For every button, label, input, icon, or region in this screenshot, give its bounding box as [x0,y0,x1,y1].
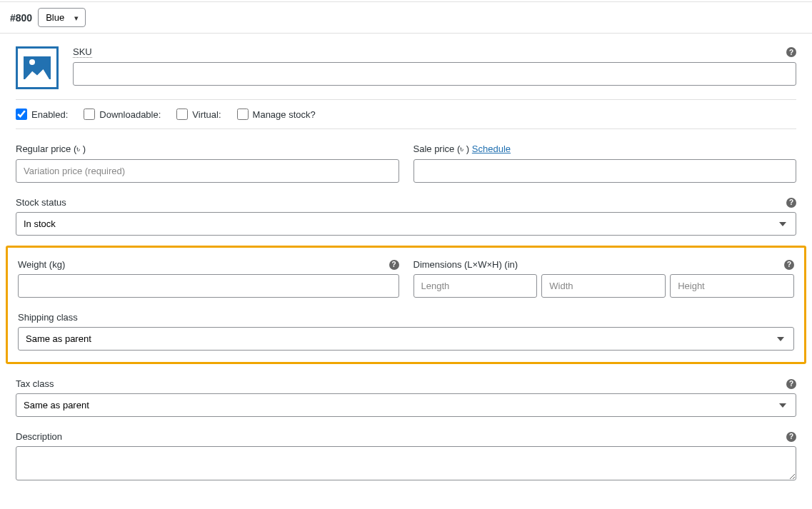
tax-class-select[interactable]: Same as parent [16,393,796,417]
tax-class-label: Tax class [16,378,54,389]
stock-status-select[interactable]: In stock [16,212,796,236]
variation-image-upload[interactable] [16,46,59,89]
regular-price-label: Regular price (৳ ) [16,143,86,155]
manage-stock-label: Manage stock? [253,109,316,120]
attribute-color-select[interactable]: Blue [38,8,86,27]
help-icon[interactable]: ? [784,260,794,270]
virtual-label: Virtual: [192,109,221,120]
sale-price-input[interactable] [413,159,797,183]
weight-input[interactable] [18,274,399,298]
help-icon[interactable]: ? [786,198,796,208]
enabled-checkbox[interactable] [16,109,27,120]
sku-input[interactable] [73,62,796,86]
variation-options-row: Enabled: Downloadable: Virtual: Manage s… [16,99,796,129]
enabled-label: Enabled: [31,109,68,120]
sale-price-label: Sale price (৳ ) [413,143,470,154]
help-icon[interactable]: ? [786,47,796,57]
width-input[interactable] [541,274,666,298]
height-input[interactable] [670,274,794,298]
help-icon[interactable]: ? [786,432,796,442]
schedule-link[interactable]: Schedule [472,143,511,154]
downloadable-label: Downloadable: [99,109,161,120]
help-icon[interactable]: ? [389,260,399,270]
virtual-checkbox[interactable] [176,109,188,120]
shipping-section-highlight: Weight (kg) ? Dimensions (L×W×H) (in) ? [6,246,806,364]
manage-stock-checkbox[interactable] [237,109,249,120]
variation-id: #800 [10,12,32,24]
variation-header: #800 Blue [0,1,812,34]
weight-label: Weight (kg) [18,259,65,270]
description-label: Description [16,431,62,442]
shipping-class-select[interactable]: Same as parent [18,327,794,351]
image-placeholder-icon [24,56,51,79]
sku-label: SKU [73,46,92,58]
dimensions-label: Dimensions (L×W×H) (in) [413,259,518,270]
help-icon[interactable]: ? [786,379,796,389]
length-input[interactable] [413,274,538,298]
downloadable-checkbox[interactable] [84,109,95,120]
regular-price-input[interactable] [16,159,399,183]
description-textarea[interactable] [16,446,796,480]
stock-status-label: Stock status [16,197,66,208]
shipping-class-label: Shipping class [18,312,78,323]
